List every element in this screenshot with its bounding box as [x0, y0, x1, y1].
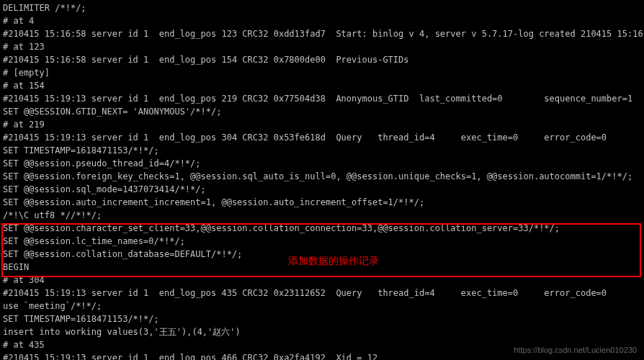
log-line: #210415 15:16:58 server id 1 end_log_pos… — [3, 27, 641, 40]
log-line: #210415 15:19:13 server id 1 end_log_pos… — [3, 92, 641, 105]
log-line: SET @@session.foreign_key_checks=1, @@se… — [3, 170, 641, 183]
log-line: # at 154 — [3, 79, 641, 92]
watermark: https://blog.csdn.net/Lucien010230 — [514, 344, 637, 356]
log-line: SET TIMESTAMP=1618471153/*!*/; — [3, 312, 641, 325]
terminal-output: DELIMITER /*!*/; # at 4 #210415 15:16:58… — [3, 1, 641, 360]
log-line: SET @@session.sql_mode=1437073414/*!*/; — [3, 183, 641, 196]
log-line: # [empty] — [3, 66, 641, 79]
log-line: /*!\C utf8 *//*!*/; — [3, 209, 641, 222]
log-line: SET @@SESSION.GTID_NEXT= 'ANONYMOUS'/*!*… — [3, 105, 641, 118]
log-line: #210415 15:16:58 server id 1 end_log_pos… — [3, 53, 641, 66]
log-line: # at 304 — [3, 274, 641, 287]
log-line: SET @@session.auto_increment_increment=1… — [3, 196, 641, 209]
log-line: # at 219 — [3, 118, 641, 131]
log-line: SET TIMESTAMP=1618471153/*!*/; — [3, 144, 641, 157]
log-line: insert into working values(3,'王五'),(4,'赵… — [3, 325, 641, 338]
log-line: DELIMITER /*!*/; — [3, 1, 641, 14]
log-line: SET @@session.lc_time_names=0/*!*/; — [3, 235, 641, 248]
annotation-text: 添加数据的操作记录 — [288, 253, 379, 269]
log-line: use `meeting`/*!*/; — [3, 300, 641, 312]
log-line: #210415 15:19:13 server id 1 end_log_pos… — [3, 131, 641, 144]
log-line: SET @@session.pseudo_thread_id=4/*!*/; — [3, 157, 641, 170]
log-line: # at 4 — [3, 14, 641, 27]
log-line: #210415 15:19:13 server id 1 end_log_pos… — [3, 287, 641, 300]
log-line: # at 123 — [3, 40, 641, 53]
log-line: SET @@session.character_set_client=33,@@… — [3, 222, 641, 235]
